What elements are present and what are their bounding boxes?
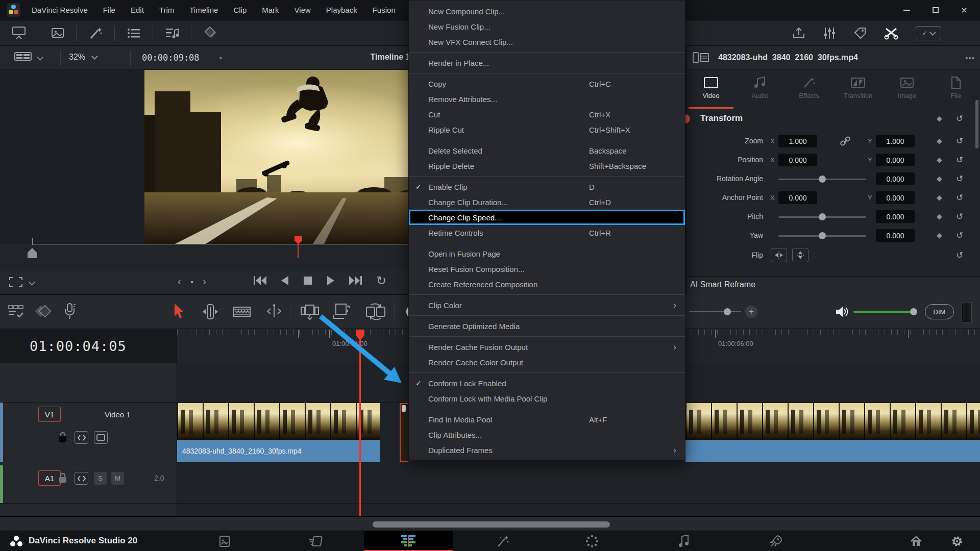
record-dot-icon[interactable]: ● — [190, 279, 194, 285]
rotation-field[interactable]: 0.000 — [876, 172, 915, 185]
view-mode-chevron-icon[interactable] — [37, 54, 43, 61]
v1-track-name[interactable]: Video 1 — [105, 410, 131, 419]
link-icon[interactable] — [840, 136, 851, 146]
viewer-timecode[interactable]: 00:00:09:08 — [142, 53, 200, 63]
menu-item-remove-attributes[interactable]: Remove Attributes... — [409, 91, 685, 107]
media-pool-toggle-button[interactable] — [0, 26, 38, 40]
selection-mode-cursor-icon[interactable] — [173, 303, 185, 319]
tab-image[interactable]: Image — [883, 69, 932, 108]
keyframe-icon[interactable]: ◆ — [937, 231, 942, 239]
step-back-button[interactable]: ‹ — [178, 276, 181, 287]
tab-video[interactable]: Video — [687, 69, 736, 108]
tab-file[interactable]: File — [932, 69, 980, 108]
menu-item-conform-lock-enabled[interactable]: ✓Conform Lock Enabled — [409, 375, 685, 391]
keyframe-icon[interactable]: ◆ — [937, 114, 942, 122]
home-button[interactable] — [901, 531, 932, 551]
menu-file[interactable]: File — [95, 0, 123, 20]
reset-icon[interactable]: ↺ — [956, 173, 963, 184]
menu-item-change-clip-duration[interactable]: Change Clip Duration...Ctrl+D — [409, 194, 685, 210]
menu-item-ripple-delete[interactable]: Ripple DeleteShift+Backspace — [409, 158, 685, 173]
menu-item-find-in-media-pool[interactable]: Find In Media PoolAlt+F — [409, 412, 685, 427]
position-x-field[interactable]: 0.000 — [778, 154, 817, 166]
menu-item-reset-fusion-composition[interactable]: Reset Fusion Composition... — [409, 261, 685, 277]
menu-item-render-cache-color-output[interactable]: Render Cache Color Output — [409, 355, 685, 370]
menu-item-generate-optimized-media[interactable]: Generate Optimized Media — [409, 318, 685, 334]
menu-item-create-referenced-composition[interactable]: Create Referenced Composition — [409, 277, 685, 292]
v1-lock-icon[interactable] — [58, 432, 68, 443]
page-color-button[interactable] — [577, 531, 607, 551]
stop-button[interactable] — [303, 276, 313, 286]
clip-trim-handle[interactable] — [402, 405, 406, 412]
timeline-clip-v1-continued[interactable] — [685, 403, 980, 462]
reset-icon[interactable]: ↺ — [956, 155, 963, 165]
pitch-slider-handle[interactable] — [819, 213, 826, 220]
menu-clip[interactable]: Clip — [226, 0, 254, 20]
a1-solo-button[interactable]: S — [94, 472, 107, 485]
a1-lock-icon[interactable] — [58, 472, 68, 484]
mixer-icon[interactable] — [823, 27, 836, 40]
go-to-end-button[interactable] — [349, 275, 363, 286]
overwrite-clip-icon[interactable] — [333, 303, 351, 320]
viewer-overlay-tool-icon[interactable] — [9, 277, 22, 287]
pitch-field[interactable]: 0.000 — [876, 210, 915, 223]
clip-info-icon[interactable] — [693, 52, 709, 64]
yaw-field[interactable]: 0.000 — [876, 229, 915, 242]
v1-clip-view-icon[interactable] — [94, 431, 108, 444]
tab-audio[interactable]: Audio — [736, 69, 785, 108]
loop-button[interactable]: ↻ — [376, 275, 386, 286]
transform-section-header[interactable]: Transform ◆ ↺ — [687, 110, 980, 129]
menu-view[interactable]: View — [287, 0, 318, 20]
replace-clip-icon[interactable] — [365, 303, 386, 320]
maximize-button[interactable] — [925, 0, 946, 20]
ai-smart-reframe-header[interactable]: AI Smart Reframe — [687, 277, 980, 295]
reset-icon[interactable]: ↺ — [956, 250, 963, 261]
v1-auto-select-icon[interactable] — [75, 431, 88, 444]
reset-icon[interactable]: ↺ — [956, 113, 963, 124]
more-options-icon[interactable]: ••• — [965, 54, 975, 62]
scrub-in-marker[interactable] — [28, 248, 37, 258]
go-to-start-button[interactable] — [253, 275, 267, 286]
microphone-icon[interactable] — [63, 303, 77, 320]
minimize-button[interactable] — [896, 0, 917, 20]
reset-icon[interactable]: ↺ — [956, 211, 963, 222]
flip-horizontal-button[interactable] — [771, 248, 787, 262]
keyframe-icon[interactable]: ◆ — [937, 156, 942, 164]
step-forward-button[interactable]: › — [203, 276, 206, 287]
volume-slider-track[interactable] — [853, 311, 916, 313]
timeline-zoom-slider-handle[interactable] — [724, 308, 731, 315]
master-timecode-box[interactable]: 01:00:04:05 — [0, 329, 177, 363]
razor-edit-mode-icon[interactable] — [233, 304, 251, 319]
menu-item-conform-lock-with-media-pool-clip[interactable]: Conform Lock with Media Pool Clip — [409, 391, 685, 406]
multicam-view-icon[interactable] — [14, 52, 32, 64]
reset-icon[interactable]: ↺ — [956, 136, 963, 146]
play-button[interactable] — [326, 275, 335, 286]
menu-item-cut[interactable]: CutCtrl+X — [409, 107, 685, 122]
viewer-zoom-dropdown[interactable]: 32% — [69, 53, 97, 62]
menu-fusion[interactable]: Fusion — [365, 0, 403, 20]
play-reverse-button[interactable] — [280, 275, 289, 286]
overlay-tool-chevron-icon[interactable] — [29, 279, 35, 286]
export-icon[interactable] — [792, 27, 805, 40]
timeline-zoom-slider-track[interactable] — [689, 311, 741, 312]
menu-item-enable-clip[interactable]: ✓Enable ClipD — [409, 179, 685, 194]
dynamic-trim-mode-icon[interactable] — [265, 303, 283, 319]
menu-item-render-in-place[interactable]: Render in Place... — [409, 55, 685, 70]
edit-index-button[interactable] — [115, 27, 153, 39]
menu-mark[interactable]: Mark — [254, 0, 286, 20]
anchor-x-field[interactable]: 0.000 — [778, 191, 817, 204]
timeline-options-icon[interactable] — [8, 305, 24, 318]
smart-edit-button[interactable] — [77, 26, 114, 40]
effects-library-button[interactable] — [191, 26, 229, 40]
stills-gallery-button[interactable] — [38, 27, 76, 40]
inspector-active-icon[interactable] — [884, 27, 898, 40]
menu-timeline[interactable]: Timeline — [182, 0, 226, 20]
speaker-icon[interactable] — [835, 305, 849, 319]
page-cut-button[interactable] — [301, 531, 332, 551]
menu-item-clip-attributes[interactable]: Clip Attributes... — [409, 427, 685, 442]
menu-item-duplicated-frames[interactable]: Duplicated Frames› — [409, 442, 685, 458]
menu-item-new-compound-clip[interactable]: New Compound Clip... — [409, 4, 685, 19]
menu-item-open-in-fusion-page[interactable]: Open in Fusion Page — [409, 246, 685, 261]
flip-vertical-button[interactable] — [792, 248, 808, 262]
inspector-scrollbar[interactable] — [975, 100, 978, 148]
menu-trim[interactable]: Trim — [152, 0, 182, 20]
